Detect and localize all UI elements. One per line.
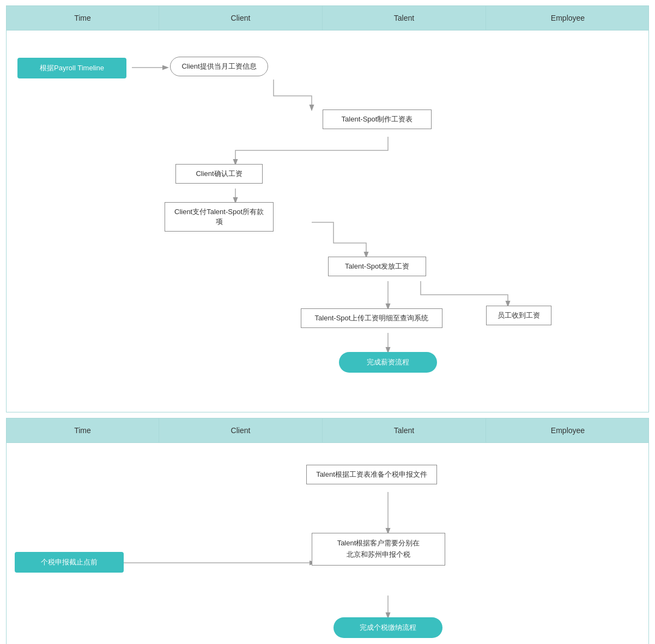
diagram2: Time Client Talent Employee [6,418,649,644]
complete-tax-button[interactable]: 完成个税缴纳流程 [333,617,442,638]
client-provide-box: Client提供当月工资信息 [170,57,268,76]
diagram1-arrows [7,31,648,412]
header2-client: Client [159,418,323,442]
diagram1-header: Time Client Talent Employee [7,6,648,31]
diagram1-section: Time Client Talent Employee [6,5,649,412]
talent-file-label: Talent根据客户需要分别在 北京和苏州申报个税 [337,539,420,558]
client-pay-label: Client支付Talent-Spot所有款项 [174,208,264,226]
header2-talent: Talent [323,418,486,442]
client-confirm-label: Client确认工资 [196,169,242,178]
complete-salary-button[interactable]: 完成薪资流程 [339,352,437,373]
talent-make-label: Talent-Spot制作工资表 [342,115,413,123]
header1-client: Client [159,6,323,30]
header1-time: Time [7,6,159,30]
complete-salary-label: 完成薪资流程 [367,358,409,366]
talent-prepare-label: Talent根据工资表准备个税申报文件 [316,470,427,478]
deadline-label: 个税申报截止点前 [41,558,98,566]
deadline-button[interactable]: 个税申报截止点前 [15,552,124,573]
diagram2-section: Time Client Talent Employee [6,418,649,644]
talent-upload-label: Talent-Spot上传工资明细至查询系统 [315,314,429,322]
employee-receive-box: 员工收到工资 [486,306,551,325]
diagram2-flow: Talent根据工资表准备个税申报文件 个税申报截止点前 Talent根据客户需… [7,443,648,644]
talent-send-box: Talent-Spot发放工资 [328,257,426,276]
timeline-label: 根据Payroll Timeline [40,64,104,72]
talent-make-box: Talent-Spot制作工资表 [323,110,432,129]
talent-upload-box: Talent-Spot上传工资明细至查询系统 [301,308,442,328]
diagram1-flow: 根据Payroll Timeline Client提供当月工资信息 Talent… [7,31,648,412]
talent-prepare-box: Talent根据工资表准备个税申报文件 [306,465,437,484]
diagram2-header: Time Client Talent Employee [7,418,648,443]
client-confirm-box: Client确认工资 [175,164,263,184]
header2-employee: Employee [486,418,650,442]
diagram1: Time Client Talent Employee [6,5,649,412]
client-provide-label: Client提供当月工资信息 [181,62,256,70]
talent-send-label: Talent-Spot发放工资 [345,262,409,270]
header1-employee: Employee [486,6,650,30]
header2-time: Time [7,418,159,442]
employee-receive-label: 员工收到工资 [498,311,540,319]
client-pay-box: Client支付Talent-Spot所有款项 [165,202,274,232]
header1-talent: Talent [323,6,486,30]
timeline-button[interactable]: 根据Payroll Timeline [17,58,126,78]
complete-tax-label: 完成个税缴纳流程 [360,623,416,631]
talent-file-box: Talent根据客户需要分别在 北京和苏州申报个税 [312,533,445,566]
